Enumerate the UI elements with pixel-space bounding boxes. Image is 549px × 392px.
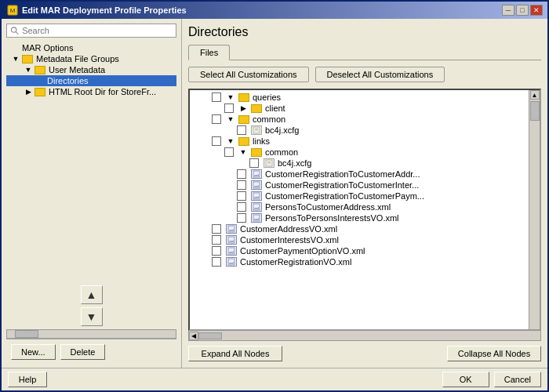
label-ptca: PersonsToCustomerAddress.xml [265, 202, 391, 212]
metadata-file-groups-label: Metadata File Groups [36, 54, 119, 64]
panel-title: Directories [188, 25, 541, 39]
svg-text:xml: xml [254, 173, 259, 177]
new-button[interactable]: New... [11, 344, 56, 360]
move-up-button[interactable]: ▲ [81, 285, 103, 304]
folder-icon-user-metadata [35, 66, 45, 74]
folder-icon-queries [238, 93, 249, 102]
maximize-button[interactable]: □ [516, 5, 529, 16]
file-item-client[interactable]: ▶ client [191, 103, 527, 114]
folder-icon-html-root [35, 88, 45, 96]
expand-all-button[interactable]: Expand All Nodes [188, 346, 282, 361]
checkbox-bc4j-links[interactable] [249, 158, 259, 168]
close-button[interactable]: ✕ [530, 5, 543, 16]
expander-mar-options[interactable] [11, 43, 20, 53]
label-crtcp: CustomerRegistrationToCustomerPaym... [265, 191, 424, 201]
search-input[interactable] [22, 26, 173, 35]
deselect-all-button[interactable]: Deselect All Customizations [315, 67, 445, 82]
expander-metadata[interactable]: ▼ [11, 54, 20, 64]
cancel-button[interactable]: Cancel [494, 372, 541, 387]
folder-icon-links-common [251, 148, 262, 157]
collapse-all-button[interactable]: Collapse All Nodes [447, 346, 541, 361]
checkbox-cpovo[interactable] [212, 246, 221, 256]
expander-client[interactable]: ▶ [238, 103, 248, 113]
label-bc4j-common: bc4j.xcfg [265, 125, 299, 135]
xml-icon-civo: xml [226, 235, 237, 245]
checkbox-crtci[interactable] [237, 180, 246, 190]
hscroll-left[interactable]: ◀ [189, 332, 198, 340]
left-tree: MAR Options ▼ Metadata File Groups ▼ Use… [6, 42, 176, 282]
file-item-ptca[interactable]: xml PersonsToCustomerAddress.xml [191, 201, 527, 212]
window-controls: ─ □ ✕ [502, 5, 543, 16]
minimize-button[interactable]: ─ [502, 5, 514, 16]
left-hscrollbar[interactable] [6, 329, 176, 339]
svg-point-2 [11, 27, 16, 32]
label-cpovo: CustomerPaymentOptionVO.xml [240, 246, 365, 256]
search-box[interactable] [6, 24, 176, 38]
file-item-queries[interactable]: ▼ queries [191, 92, 527, 103]
xml-icon-crtcp: xml [251, 191, 262, 201]
xml-icon-cavo: xml [226, 224, 237, 234]
checkbox-bc4j-common[interactable] [237, 125, 246, 135]
user-metadata-label: User Metadata [49, 65, 105, 74]
checkbox-cavo[interactable] [212, 224, 221, 234]
ok-button[interactable]: OK [442, 372, 489, 387]
checkbox-queries[interactable] [212, 93, 221, 102]
file-item-crvo[interactable]: xml CustomerRegistrationVO.xml [191, 256, 527, 267]
checkbox-client[interactable] [224, 103, 234, 113]
checkbox-crvo[interactable] [212, 257, 221, 267]
svg-text:xml: xml [254, 206, 259, 210]
folder-icon-links [238, 137, 249, 146]
file-item-links-common[interactable]: ▼ common [191, 147, 527, 158]
help-button[interactable]: Help [8, 372, 47, 387]
tree-item-html-root[interactable]: ▶ HTML Root Dir for StoreFr... [6, 86, 176, 97]
file-item-cavo[interactable]: xml CustomerAddressVO.xml [191, 223, 527, 234]
checkbox-links[interactable] [212, 136, 221, 146]
expander-common[interactable]: ▼ [226, 114, 235, 124]
checkbox-ptca[interactable] [237, 202, 246, 212]
select-all-button[interactable]: Select All Customizations [188, 67, 309, 82]
left-hscrollbar-thumb[interactable] [15, 330, 38, 338]
checkbox-crtca[interactable] [237, 169, 246, 179]
window-title: Edit MAR Deployment Profile Properties [22, 5, 187, 15]
checkbox-ptpi[interactable] [237, 213, 246, 223]
expander-links[interactable]: ▼ [226, 136, 235, 146]
label-queries: queries [253, 93, 281, 102]
vscroll-up[interactable]: ▲ [530, 90, 540, 100]
content-area: MAR Options ▼ Metadata File Groups ▼ Use… [2, 19, 547, 368]
file-item-links[interactable]: ▼ links [191, 136, 527, 147]
file-tree-container[interactable]: ▼ queries ▶ client [188, 89, 541, 331]
expander-links-common[interactable]: ▼ [238, 147, 248, 157]
tree-item-mar-options[interactable]: MAR Options [6, 42, 176, 53]
file-item-common[interactable]: ▼ common [191, 114, 527, 125]
file-item-bc4j-common[interactable]: bc4j.xcfg [191, 125, 527, 136]
file-item-civo[interactable]: xml CustomerInterestsVO.xml [191, 234, 527, 245]
file-item-ptpi[interactable]: xml PersonsToPersonsInterestsVO.xml [191, 212, 527, 223]
move-down-button[interactable]: ▼ [81, 307, 103, 326]
checkbox-crtcp[interactable] [237, 191, 246, 201]
directories-label: Directories [47, 76, 89, 85]
delete-button[interactable]: Delete [60, 344, 106, 360]
tree-item-user-metadata[interactable]: ▼ User Metadata [6, 64, 176, 75]
vscroll-thumb[interactable] [530, 101, 540, 121]
file-item-crtcp[interactable]: xml CustomerRegistrationToCustomerPaym..… [191, 191, 527, 201]
xml-icon-ptca: xml [251, 202, 262, 212]
file-item-crtci[interactable]: xml CustomerRegistrationToCustomerInter.… [191, 180, 527, 191]
expander-directories[interactable] [36, 76, 45, 85]
label-links: links [253, 136, 270, 146]
tree-item-directories[interactable]: Directories [6, 75, 176, 86]
file-item-bc4j-links[interactable]: bc4j.xcfg [191, 158, 527, 169]
left-panel: MAR Options ▼ Metadata File Groups ▼ Use… [2, 19, 182, 368]
hscrollbar[interactable]: ◀ [188, 331, 541, 341]
vscrollbar[interactable]: ▲ [529, 90, 540, 329]
expander-user-metadata[interactable]: ▼ [24, 65, 33, 74]
file-item-cpovo[interactable]: xml CustomerPaymentOptionVO.xml [191, 245, 527, 256]
hscroll-thumb[interactable] [198, 332, 222, 339]
checkbox-common[interactable] [212, 114, 221, 124]
expander-html-root[interactable]: ▶ [24, 87, 33, 96]
checkbox-links-common[interactable] [224, 147, 234, 157]
expander-queries[interactable]: ▼ [226, 93, 235, 102]
file-item-crtca[interactable]: xml CustomerRegistrationToCustomerAddr..… [191, 169, 527, 180]
tree-item-metadata-file-groups[interactable]: ▼ Metadata File Groups [6, 53, 176, 64]
tab-files[interactable]: Files [188, 45, 230, 60]
checkbox-civo[interactable] [212, 235, 221, 245]
